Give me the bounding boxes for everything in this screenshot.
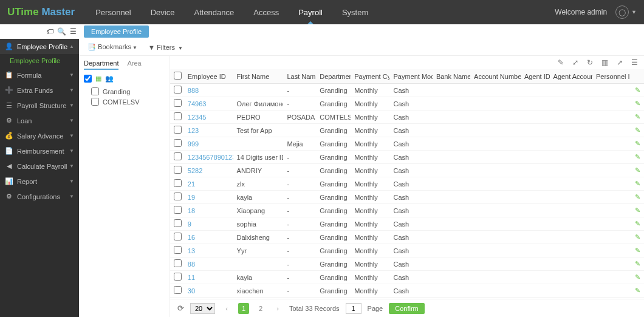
table-row[interactable]: 13Yyr-GrandingMonthlyCash✎: [170, 244, 644, 257]
employee-id-link[interactable]: 13: [184, 244, 233, 257]
row-edit-icon[interactable]: ✎: [630, 84, 644, 97]
employee-id-link[interactable]: 88: [184, 257, 233, 271]
col-header[interactable]: Employee ID: [184, 69, 233, 84]
employee-id-link[interactable]: 9: [184, 217, 233, 231]
tree-tab-area[interactable]: Area: [127, 60, 141, 70]
pager-page-1[interactable]: 1: [238, 303, 249, 314]
table-row[interactable]: 11kayla-GrandingMonthlyCash✎: [170, 271, 644, 284]
sidebar-subitem[interactable]: Employee Profile: [0, 54, 79, 67]
sidebar-item-configurations[interactable]: ⚙Configurations▼: [0, 189, 79, 204]
table-row[interactable]: 88-GrandingMonthlyCash✎: [170, 257, 644, 271]
sidebar-item-formula[interactable]: 📋Formula▼: [0, 67, 79, 83]
col-header[interactable]: First Name: [233, 69, 284, 84]
nav-device[interactable]: Device: [141, 0, 185, 24]
refresh-icon[interactable]: ↻: [587, 58, 593, 67]
grid-icon[interactable]: ▦: [95, 75, 101, 83]
tree-select-all[interactable]: [84, 75, 92, 83]
row-edit-icon[interactable]: ✎: [630, 271, 644, 284]
search-icon[interactable]: 🔍: [57, 27, 66, 36]
nav-payroll[interactable]: Payroll: [289, 0, 332, 24]
sidebar-item-payroll-structure[interactable]: ☰Payroll Structure▼: [0, 98, 79, 113]
collapse-icon[interactable]: ☰: [70, 27, 77, 36]
tree-node[interactable]: COMTELSV: [84, 97, 165, 107]
user-menu-caret[interactable]: ▼: [631, 9, 637, 15]
sidebar-item-extra-funds[interactable]: ➕Extra Funds▼: [0, 83, 79, 98]
table-row[interactable]: 9sophia-GrandingMonthlyCash✎: [170, 217, 644, 231]
pager-confirm-button[interactable]: Confirm: [389, 303, 425, 314]
row-edit-icon[interactable]: ✎: [630, 244, 644, 257]
row-edit-icon[interactable]: ✎: [630, 217, 644, 231]
employee-id-link[interactable]: 5282: [184, 164, 233, 177]
row-edit-icon[interactable]: ✎: [630, 204, 644, 217]
row-checkbox[interactable]: [174, 259, 182, 267]
row-edit-icon[interactable]: ✎: [630, 151, 644, 164]
row-checkbox[interactable]: [174, 99, 182, 107]
row-checkbox[interactable]: [174, 139, 182, 147]
row-edit-icon[interactable]: ✎: [630, 111, 644, 124]
sidebar-item-loan[interactable]: ⚙Loan▼: [0, 113, 79, 128]
employee-id-link[interactable]: 888: [184, 84, 233, 97]
expand-icon[interactable]: ⤢: [572, 58, 578, 67]
row-edit-icon[interactable]: ✎: [630, 97, 644, 111]
row-edit-icon[interactable]: ✎: [630, 231, 644, 244]
employee-id-link[interactable]: 74963: [184, 97, 233, 111]
sidebar-item-report[interactable]: 📊Report▼: [0, 174, 79, 189]
pager-goto-input[interactable]: [346, 303, 361, 314]
row-edit-icon[interactable]: ✎: [630, 257, 644, 271]
table-row[interactable]: 12345PEDROPOSADACOMTELSVMonthlyCash✎: [170, 111, 644, 124]
employee-id-link[interactable]: 999: [184, 137, 233, 151]
columns-icon[interactable]: ▥: [601, 58, 608, 67]
sidebar-item-salary-advance[interactable]: 💰Salary Advance▼: [0, 128, 79, 143]
row-checkbox[interactable]: [174, 219, 182, 227]
sidebar-item-employee-profile[interactable]: 👤Employee Profile▲: [0, 39, 79, 54]
nav-access[interactable]: Access: [244, 0, 289, 24]
employee-id-link[interactable]: 12345: [184, 111, 233, 124]
sidebar-item-reimbursement[interactable]: 📄Reimbursement▼: [0, 143, 79, 158]
settings-icon[interactable]: ☰: [631, 58, 638, 67]
nav-attendance[interactable]: Attendance: [184, 0, 244, 24]
row-checkbox[interactable]: [174, 179, 182, 187]
table-row[interactable]: 74963Олег Филимонов-GrandingMonthlyCash✎: [170, 97, 644, 111]
row-checkbox[interactable]: [174, 193, 182, 200]
row-checkbox[interactable]: [174, 126, 182, 134]
row-checkbox[interactable]: [174, 286, 182, 294]
table-row[interactable]: 1234567890123414 Digits user ID-Granding…: [170, 151, 644, 164]
row-checkbox[interactable]: [174, 206, 182, 214]
col-header[interactable]: Personnel ID: [592, 69, 630, 84]
row-checkbox[interactable]: [174, 86, 182, 94]
tree-node[interactable]: Granding: [84, 86, 165, 97]
table-row[interactable]: 18Xiaopang-GrandingMonthlyCash✎: [170, 204, 644, 217]
employee-id-link[interactable]: 19: [184, 191, 233, 204]
table-row[interactable]: 5282ANDRIY-GrandingMonthlyCash✎: [170, 164, 644, 177]
row-edit-icon[interactable]: ✎: [630, 284, 644, 298]
employee-id-link[interactable]: 12345678901234: [184, 151, 233, 164]
row-checkbox[interactable]: [174, 166, 182, 174]
employee-id-link[interactable]: 11: [184, 271, 233, 284]
row-edit-icon[interactable]: ✎: [630, 124, 644, 137]
edit-icon[interactable]: ✎: [558, 58, 564, 67]
page-size-select[interactable]: 20: [190, 303, 215, 314]
row-edit-icon[interactable]: ✎: [630, 177, 644, 191]
bookmarks-button[interactable]: 📑 Bookmarks▼: [87, 43, 137, 51]
nav-personnel[interactable]: Personnel: [86, 0, 141, 24]
row-edit-icon[interactable]: ✎: [630, 164, 644, 177]
export-icon[interactable]: ↗: [617, 58, 623, 67]
table-row[interactable]: 30xiaochen-GrandingMonthlyCash✎: [170, 284, 644, 298]
sidebar-item-calculate-payroll[interactable]: ◀Calculate Payroll▼: [0, 158, 79, 174]
table-row[interactable]: 123Test for AppGrandingMonthlyCash✎: [170, 124, 644, 137]
tab-employee-profile[interactable]: Employee Profile: [84, 26, 149, 38]
user-avatar[interactable]: ◯: [615, 5, 629, 19]
select-all-checkbox[interactable]: [174, 72, 182, 80]
pager-prev[interactable]: ‹: [221, 303, 232, 314]
employee-id-link[interactable]: 16: [184, 231, 233, 244]
col-header[interactable]: Department: [316, 69, 351, 84]
table-wrap[interactable]: Employee IDFirst NameLast NameDepartment…: [170, 69, 644, 299]
col-header[interactable]: Payment Mode: [389, 69, 432, 84]
row-checkbox[interactable]: [174, 152, 182, 160]
pager-page-2[interactable]: 2: [255, 303, 266, 314]
employee-id-link[interactable]: 30: [184, 284, 233, 298]
col-header[interactable]: Last Name: [283, 69, 316, 84]
tag-icon[interactable]: 🏷: [46, 27, 53, 36]
pager-next[interactable]: ›: [272, 303, 283, 314]
row-checkbox[interactable]: [174, 233, 182, 240]
